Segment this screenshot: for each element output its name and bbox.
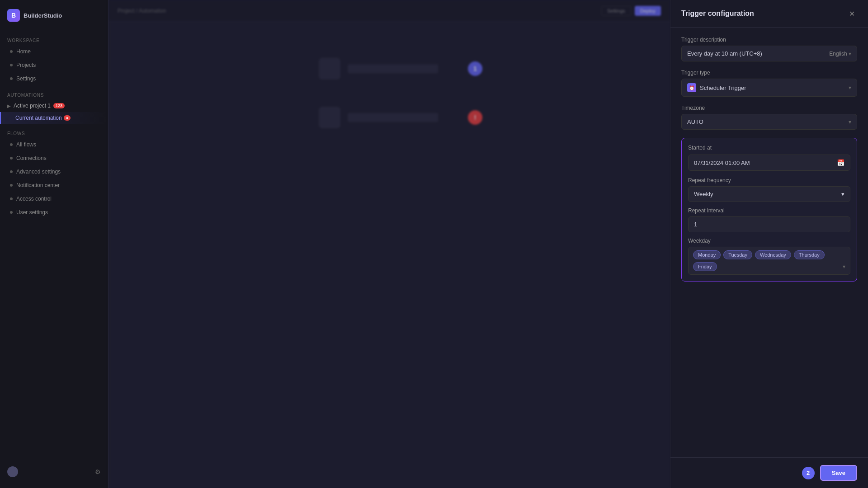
flow-row-1: 1 xyxy=(319,58,460,80)
started-at-section: Started at 07/31/2024 01:00 AM 📅 Repeat … xyxy=(681,138,857,282)
sidebar-item-connections[interactable]: Connections xyxy=(3,152,105,164)
flow-node-1 xyxy=(319,58,340,80)
sidebar-section-workspace: WORKSPACE xyxy=(0,34,108,45)
calendar-icon: 📅 xyxy=(837,159,844,166)
trigger-description-input[interactable]: Every day at 10 am (UTC+8) English ▾ xyxy=(681,46,857,61)
started-at-label: Started at xyxy=(688,145,850,151)
deploy-button[interactable]: Deploy xyxy=(635,6,661,16)
timezone-label: Timezone xyxy=(681,105,857,111)
sidebar-group-project1[interactable]: ▶ Active project 1 123 xyxy=(0,99,108,112)
flow-node-2 xyxy=(319,107,340,128)
save-button[interactable]: Save xyxy=(820,465,857,481)
trigger-description-value: Every day at 10 am (UTC+8) xyxy=(687,50,762,57)
weekday-chevron-icon: ▾ xyxy=(843,263,845,270)
panel-footer: 2 Save xyxy=(670,457,868,488)
sidebar-item-current-automation[interactable]: Current automation ● xyxy=(0,112,108,124)
breadcrumb: Project / Automation xyxy=(118,8,166,14)
main-actions: Settings Deploy xyxy=(601,6,661,16)
settings-button[interactable]: Settings xyxy=(601,6,631,16)
trigger-type-label: Trigger type xyxy=(681,70,857,76)
close-button[interactable]: ✕ xyxy=(846,8,857,19)
flow-label-2 xyxy=(348,113,438,122)
timezone-chevron-icon: ▾ xyxy=(849,119,851,125)
repeat-frequency-chevron-icon: ▾ xyxy=(841,191,844,197)
flow-canvas: 1 ! xyxy=(108,22,670,488)
sidebar-item-home[interactable]: Home xyxy=(3,45,105,58)
sidebar-item-notifications[interactable]: Notification center xyxy=(3,179,105,192)
weekday-label: Weekday xyxy=(688,238,850,244)
main-content-area: Project / Automation Settings Deploy 1 ! xyxy=(108,0,670,488)
sidebar-item-projects[interactable]: Projects xyxy=(3,59,105,71)
day-chip-tuesday[interactable]: Tuesday xyxy=(723,250,752,259)
trigger-description-lang: English ▾ xyxy=(829,51,851,57)
user-avatar[interactable] xyxy=(7,466,18,477)
main-header: Project / Automation Settings Deploy xyxy=(108,0,670,22)
sidebar-item-settings[interactable]: Settings xyxy=(3,72,105,85)
flow-badge-error: ! xyxy=(468,110,482,125)
trigger-type-input[interactable]: ⏰ Scheduler Trigger ▾ xyxy=(681,79,857,97)
sidebar-footer: ⚙ xyxy=(0,461,108,483)
sidebar-item-advanced[interactable]: Advanced settings xyxy=(3,165,105,178)
repeat-frequency-value: Weekly xyxy=(694,191,713,197)
trigger-type-value: Scheduler Trigger xyxy=(700,84,746,91)
app-logo: B xyxy=(7,9,20,22)
sidebar-item-all-flows[interactable]: All flows xyxy=(3,138,105,151)
timezone-input[interactable]: AUTO ▾ xyxy=(681,114,857,130)
scheduler-icon: ⏰ xyxy=(687,83,696,92)
flow-row-2: ! xyxy=(319,107,460,128)
repeat-frequency-label: Repeat frequency xyxy=(688,177,850,183)
weekday-selector[interactable]: Monday Tuesday Wednesday Thursday Friday… xyxy=(688,247,850,275)
repeat-interval-label: Repeat interval xyxy=(688,207,850,214)
flow-label-1 xyxy=(348,64,438,73)
repeat-frequency-input[interactable]: Weekly ▾ xyxy=(688,186,850,202)
trigger-description-group: Trigger description Every day at 10 am (… xyxy=(681,37,857,61)
trigger-config-panel: Trigger configuration ✕ Trigger descript… xyxy=(670,0,868,488)
badge-count: 123 xyxy=(53,103,65,108)
flow-badge-1: 1 xyxy=(468,61,482,76)
sidebar-settings-icon[interactable]: ⚙ xyxy=(95,468,101,475)
sidebar: B BuilderStudio WORKSPACE Home Projects … xyxy=(0,0,108,488)
day-chip-wednesday[interactable]: Wednesday xyxy=(755,250,791,259)
sidebar-item-access[interactable]: Access control xyxy=(3,192,105,205)
trigger-type-chevron-icon: ▾ xyxy=(849,84,851,91)
sidebar-item-user-settings[interactable]: User settings xyxy=(3,206,105,219)
started-at-date: 07/31/2024 01:00 AM xyxy=(694,160,750,166)
day-chip-thursday[interactable]: Thursday xyxy=(794,250,825,259)
day-chip-friday[interactable]: Friday xyxy=(693,262,717,271)
badge-automation: ● xyxy=(64,115,71,121)
timezone-value: AUTO xyxy=(687,118,703,125)
sidebar-section-flows: FLOWS xyxy=(0,127,108,138)
repeat-interval-input[interactable] xyxy=(688,216,850,232)
chevron-down-icon: ▾ xyxy=(849,51,851,57)
trigger-description-label: Trigger description xyxy=(681,37,857,43)
trigger-type-group: Trigger type ⏰ Scheduler Trigger ▾ xyxy=(681,70,857,97)
sidebar-header: B BuilderStudio xyxy=(0,5,108,25)
timezone-group: Timezone AUTO ▾ xyxy=(681,105,857,130)
brand-name: BuilderStudio xyxy=(24,12,62,19)
started-at-input[interactable]: 07/31/2024 01:00 AM 📅 xyxy=(688,155,850,171)
step-badge: 2 xyxy=(802,467,815,479)
panel-header: Trigger configuration ✕ xyxy=(670,0,868,28)
sidebar-section-automations: AUTOMATIONS xyxy=(0,89,108,99)
panel-body: Trigger description Every day at 10 am (… xyxy=(670,28,868,457)
day-chip-monday[interactable]: Monday xyxy=(693,250,721,259)
panel-title: Trigger configuration xyxy=(681,9,754,18)
